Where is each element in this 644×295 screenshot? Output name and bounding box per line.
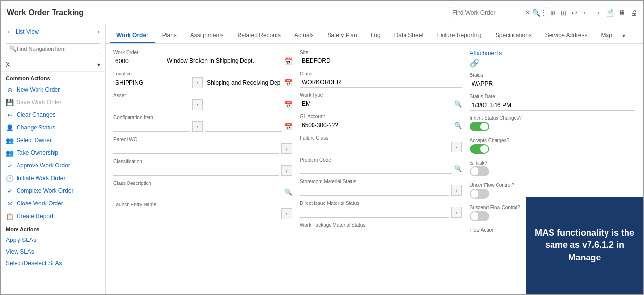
search-input[interactable] xyxy=(452,9,525,16)
under-flow-label: Under Flow Control? xyxy=(470,183,636,188)
tab-actuals[interactable]: Actuals xyxy=(288,28,320,44)
tab-map[interactable]: Map xyxy=(594,28,619,44)
work-type-search-icon[interactable]: 🔍 xyxy=(454,100,462,108)
sidebar-collapse-icon[interactable]: › xyxy=(97,28,99,35)
paperclip-icon[interactable]: 🔗 xyxy=(470,59,479,67)
work-type-input[interactable] xyxy=(300,99,452,109)
add-icon[interactable]: ⊕ xyxy=(550,9,556,17)
sidebar-item-clear-changes[interactable]: ↩ Clear Changes xyxy=(1,109,105,121)
nav-search-input[interactable] xyxy=(17,46,97,52)
direct-issue-input[interactable] xyxy=(300,207,449,218)
storeroom-material-arrow-button[interactable]: › xyxy=(451,185,462,196)
work-package-field-group: Work Package Material Status xyxy=(300,222,462,239)
sidebar-item-select-deselect-slas[interactable]: Select/Deselect SLAs xyxy=(1,258,105,269)
storeroom-material-input[interactable] xyxy=(300,185,449,196)
back-icon[interactable]: ← xyxy=(582,9,589,17)
launch-entry-arrow-button[interactable]: › xyxy=(281,208,292,219)
list-view-link[interactable]: ← List View xyxy=(7,28,39,35)
nav-search-box[interactable]: 🔍 xyxy=(6,43,100,54)
work-order-desc-input[interactable] xyxy=(165,56,282,66)
tab-service-address[interactable]: Service Address xyxy=(538,28,594,44)
status-date-input[interactable] xyxy=(470,100,636,111)
class-desc-search-icon[interactable]: 🔍 xyxy=(284,188,292,196)
document-icon[interactable]: 📄 xyxy=(606,9,614,17)
asset-desc-input[interactable] xyxy=(205,100,282,110)
failure-class-arrow-button[interactable]: › xyxy=(451,142,462,152)
config-item-arrow-button[interactable]: › xyxy=(192,121,203,132)
asset-calendar-icon[interactable]: 📅 xyxy=(284,101,292,109)
tab-work-order[interactable]: Work Order xyxy=(110,28,155,44)
print-preview-icon[interactable]: 🖥 xyxy=(619,9,626,17)
inherit-status-toggle[interactable] xyxy=(470,122,489,131)
print-icon[interactable]: 🖨 xyxy=(630,9,637,17)
site-input[interactable] xyxy=(300,56,462,66)
person-icon: 👤 xyxy=(6,124,14,131)
config-item-calendar-icon[interactable]: 📅 xyxy=(284,123,292,130)
location-desc-input[interactable] xyxy=(205,78,282,88)
forward-icon[interactable]: → xyxy=(594,9,601,17)
tab-safety-plan[interactable]: Safety Plan xyxy=(320,28,364,44)
tab-specifications[interactable]: Specifications xyxy=(489,28,538,44)
sidebar-item-create-report[interactable]: 📋 Create Report xyxy=(1,210,105,222)
storeroom-material-row: › xyxy=(300,185,462,196)
sidebar-item-approve-work-order[interactable]: ✓ Approve Work Order xyxy=(1,159,105,172)
sidebar-item-new-work-order[interactable]: ⊕ New Work Order xyxy=(1,83,105,96)
under-flow-toggle[interactable] xyxy=(470,189,489,199)
sidebar-item-apply-slas[interactable]: Apply SLAs xyxy=(1,234,105,246)
tab-plans[interactable]: Plans xyxy=(155,28,184,44)
asset-input[interactable] xyxy=(113,100,190,110)
problem-code-search-icon[interactable]: 🔍 xyxy=(454,165,462,172)
class-input[interactable] xyxy=(300,77,462,88)
sidebar-dropdown[interactable]: X ▾ xyxy=(1,58,105,72)
classification-arrow-button[interactable]: › xyxy=(281,165,292,176)
tab-related-records[interactable]: Related Records xyxy=(231,28,288,44)
config-item-input[interactable] xyxy=(113,122,190,132)
calendar-icon[interactable]: 📅 xyxy=(284,57,292,65)
sidebar-item-change-status[interactable]: 👤 Change Status xyxy=(1,121,105,134)
problem-code-input[interactable] xyxy=(300,164,452,174)
accepts-charges-toggle[interactable] xyxy=(470,144,489,154)
parent-wo-input[interactable] xyxy=(113,144,279,154)
direct-issue-arrow-button[interactable]: › xyxy=(451,207,462,218)
search-icon[interactable]: 🔍 xyxy=(532,9,540,17)
tab-log[interactable]: Log xyxy=(364,28,387,44)
tab-data-sheet[interactable]: Data Sheet xyxy=(387,28,430,44)
tab-failure-reporting[interactable]: Failure Reporting xyxy=(430,28,489,44)
work-package-input[interactable] xyxy=(300,229,462,239)
tab-assignments[interactable]: Assignments xyxy=(184,28,231,44)
sidebar-item-initiate-work-order[interactable]: 🕐 Initiate Work Order xyxy=(1,172,105,184)
main-layout: ← List View › 🔍 X ▾ Common Actions ⊕ New… xyxy=(1,24,643,294)
asset-arrow-button[interactable]: › xyxy=(192,99,203,110)
search-box[interactable]: ✕ 🔍 ⋮ xyxy=(449,7,546,18)
create-report-label: Create Report xyxy=(17,213,53,220)
work-order-number-input[interactable] xyxy=(113,56,147,66)
launch-entry-input[interactable] xyxy=(113,209,279,219)
sidebar-item-take-ownership[interactable]: 👥 Take Ownership xyxy=(1,147,105,159)
status-input[interactable] xyxy=(470,79,636,89)
failure-class-input[interactable] xyxy=(300,142,449,152)
sidebar-item-close-work-order[interactable]: ✕ Close Work Order xyxy=(1,197,105,210)
grid-icon[interactable]: ⊞ xyxy=(561,9,567,17)
gl-account-input[interactable] xyxy=(300,120,452,130)
new-work-order-label: New Work Order xyxy=(17,86,60,93)
clear-changes-label: Clear Changes xyxy=(17,111,55,118)
class-desc-input[interactable] xyxy=(113,187,282,197)
location-code-input[interactable] xyxy=(113,78,190,88)
tab-more-icon[interactable]: ▾ xyxy=(619,28,628,43)
gl-account-search-icon[interactable]: 🔍 xyxy=(454,122,462,129)
sidebar-item-select-owner[interactable]: 👥 Select Owner xyxy=(1,134,105,147)
class-desc-field-group: Class Description 🔍 xyxy=(113,181,292,197)
search-options-icon[interactable]: ⋮ xyxy=(540,9,547,17)
suspend-flow-toggle[interactable] xyxy=(470,211,489,221)
sidebar-item-complete-work-order[interactable]: ✓ Complete Work Order xyxy=(1,184,105,197)
undo-icon[interactable]: ↩ xyxy=(571,9,577,17)
location-arrow-button[interactable]: › xyxy=(192,77,203,88)
sidebar-item-view-slas[interactable]: View SLAs xyxy=(1,246,105,258)
attachments-link[interactable]: Attachments xyxy=(470,50,502,56)
config-item-desc-input[interactable] xyxy=(205,122,282,132)
is-task-toggle[interactable] xyxy=(470,166,489,176)
search-clear-icon[interactable]: ✕ xyxy=(525,9,530,16)
parent-wo-arrow-button[interactable]: › xyxy=(281,143,292,154)
location-calendar-icon[interactable]: 📅 xyxy=(284,79,292,87)
classification-input[interactable] xyxy=(113,166,279,176)
